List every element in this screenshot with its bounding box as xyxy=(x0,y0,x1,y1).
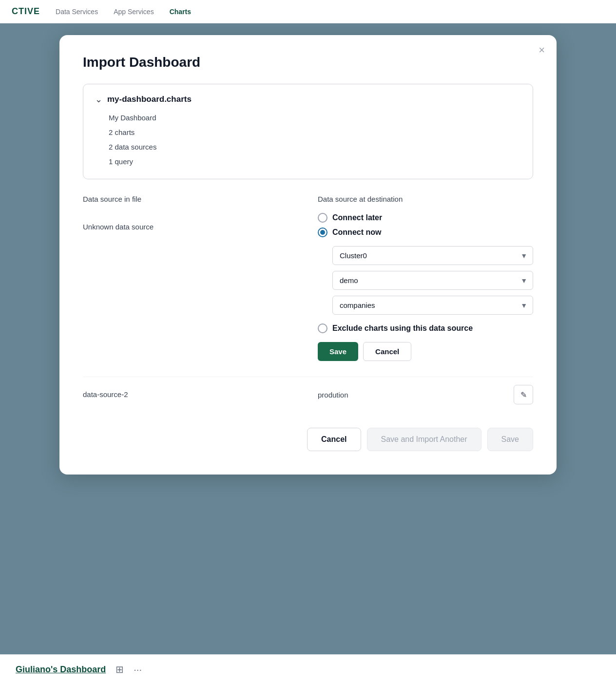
dest2-text: prodution xyxy=(318,391,348,399)
modal-title: Import Dashboard xyxy=(83,55,533,70)
dest-column-header: Data source at destination xyxy=(308,195,533,213)
overlay: × Import Dashboard ⌄ my-dashboard.charts… xyxy=(0,23,616,654)
file-name: my-dashboard.charts xyxy=(107,95,192,104)
exclude-row[interactable]: Exclude charts using this data source xyxy=(318,323,533,333)
more-options-icon[interactable]: ··· xyxy=(134,664,142,675)
query-count: 1 query xyxy=(109,154,521,169)
footer-save-another-button[interactable]: Save and Import Another xyxy=(367,428,481,451)
database-select[interactable]: demo production xyxy=(332,271,533,290)
dest1-col: Connect later Connect now Cluster0 Clust… xyxy=(308,213,533,373)
inline-buttons: Save Cancel xyxy=(318,342,533,361)
footer-save-button[interactable]: Save xyxy=(487,428,533,451)
source-column-header: Data source in file xyxy=(83,195,308,213)
charts-count: 2 charts xyxy=(109,125,521,140)
nav-charts[interactable]: Charts xyxy=(170,8,191,16)
datasource-row-2: data-source-2 prodution ✎ xyxy=(83,377,533,404)
datasource-row-1: Unknown data source Connect later Connec… xyxy=(83,213,533,373)
collection-select[interactable]: companies users xyxy=(332,296,533,315)
nav-brand: CTIVE xyxy=(12,6,40,17)
file-info-box: ⌄ my-dashboard.charts My Dashboard 2 cha… xyxy=(83,84,533,179)
source2-name: data-source-2 xyxy=(83,390,128,399)
nav-data-services[interactable]: Data Services xyxy=(56,8,98,16)
database-select-wrapper: demo production ▼ xyxy=(332,271,533,290)
select-group: Cluster0 Cluster1 ▼ demo production ▼ xyxy=(332,246,533,315)
exclude-label: Exclude charts using this data source xyxy=(332,324,473,333)
collection-select-wrapper: companies users ▼ xyxy=(332,296,533,315)
dest-header-label: Data source at destination xyxy=(318,195,533,203)
radio-circle-connect-later xyxy=(318,213,327,223)
modal-close-button[interactable]: × xyxy=(539,45,545,56)
mapping-headers: Data source in file Data source at desti… xyxy=(83,195,533,213)
inline-save-button[interactable]: Save xyxy=(318,342,358,361)
pencil-icon: ✎ xyxy=(520,390,527,399)
radio-circle-connect-now xyxy=(318,228,327,237)
radio-group: Connect later Connect now xyxy=(318,213,533,237)
import-dashboard-modal: × Import Dashboard ⌄ my-dashboard.charts… xyxy=(59,35,557,475)
dest2-edit-button[interactable]: ✎ xyxy=(514,385,533,404)
grid-icon[interactable]: ⊞ xyxy=(116,664,124,675)
chevron-down-icon: ⌄ xyxy=(95,94,102,105)
dest2-col: prodution ✎ xyxy=(308,385,533,404)
source-header-label: Data source in file xyxy=(83,195,289,203)
radio-label-connect-later: Connect later xyxy=(332,213,382,222)
source2-col: data-source-2 xyxy=(83,390,308,399)
exclude-radio-circle xyxy=(318,323,327,333)
source1-name: Unknown data source xyxy=(83,223,289,231)
file-meta: My Dashboard 2 charts 2 data sources 1 q… xyxy=(95,111,521,169)
modal-footer: Cancel Save and Import Another Save xyxy=(83,428,533,451)
cluster-select-wrapper: Cluster0 Cluster1 ▼ xyxy=(332,246,533,265)
inline-cancel-button[interactable]: Cancel xyxy=(363,342,411,361)
footer-cancel-button[interactable]: Cancel xyxy=(307,428,361,451)
dashboard-name: My Dashboard xyxy=(109,111,521,125)
cluster-select[interactable]: Cluster0 Cluster1 xyxy=(332,246,533,265)
dashboard-title-link[interactable]: Giuliano's Dashboard xyxy=(16,665,106,675)
data-sources-count: 2 data sources xyxy=(109,140,521,154)
source1-col: Unknown data source xyxy=(83,213,308,373)
top-nav: CTIVE Data Services App Services Charts xyxy=(0,0,616,23)
nav-app-services[interactable]: App Services xyxy=(114,8,154,16)
radio-connect-later[interactable]: Connect later xyxy=(318,213,533,223)
radio-label-connect-now: Connect now xyxy=(332,228,381,237)
bottom-bar: Giuliano's Dashboard ⊞ ··· xyxy=(0,654,616,684)
radio-connect-now[interactable]: Connect now xyxy=(318,228,533,237)
file-box-header: ⌄ my-dashboard.charts xyxy=(95,94,521,105)
